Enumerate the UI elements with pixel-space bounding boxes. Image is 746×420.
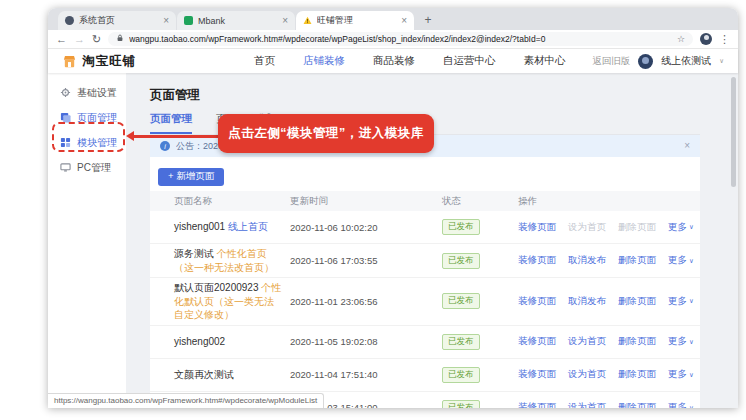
more-label: 更多 xyxy=(668,295,687,308)
more-label: 更多 xyxy=(668,221,687,234)
col-page-name: 页面名称 xyxy=(174,195,290,208)
tutorial-callout: 点击左侧“模块管理”，进入模块库 xyxy=(218,114,434,153)
username[interactable]: 线上依测试 xyxy=(661,54,711,68)
action-set-homepage[interactable]: 设为首页 xyxy=(568,401,606,408)
caret-down-icon: ∨ xyxy=(689,297,694,305)
nav-self-operate-center[interactable]: 自运营中心 xyxy=(443,54,496,68)
page-title: 页面管理 xyxy=(150,87,738,104)
more-label: 更多 xyxy=(668,368,687,381)
sidebar-item-label: PC管理 xyxy=(77,161,111,175)
action-decorate-page[interactable]: 装修页面 xyxy=(518,295,556,308)
browser-tab-wangpu-active[interactable]: 旺铺管理 × xyxy=(296,11,414,30)
close-tab-icon[interactable]: × xyxy=(401,16,407,26)
browser-profile-avatar[interactable] xyxy=(700,33,712,45)
action-decorate-page[interactable]: 装修页面 xyxy=(518,401,556,408)
page-name: 文颜再次测试 xyxy=(174,369,234,380)
update-time: 2020-11-06 10:02:20 xyxy=(290,222,442,233)
tab-page-management[interactable]: 页面管理 xyxy=(150,112,192,134)
page-name: 默认页面20200923 xyxy=(174,282,259,293)
action-set-homepage[interactable]: 设为首页 xyxy=(568,368,606,381)
reload-icon[interactable]: ↻ xyxy=(92,34,101,45)
col-actions: 操作 xyxy=(518,195,700,208)
page-list-card: i 公告：2020双11店铺装修 × + 新增页面 页面名称 更新时间 状态 操… xyxy=(150,135,700,408)
update-time: 2020-11-01 23:06:56 xyxy=(290,296,442,307)
page-note-link[interactable]: 线上首页 xyxy=(228,221,268,232)
bookmark-star-icon[interactable]: ☆ xyxy=(677,34,685,44)
nav-item-decorate[interactable]: 商品装修 xyxy=(373,54,415,68)
action-more[interactable]: 更多∨ xyxy=(668,335,694,348)
status-badge: 已发布 xyxy=(442,219,480,235)
status-badge: 已发布 xyxy=(442,367,480,383)
close-tab-icon[interactable]: × xyxy=(282,16,288,26)
nav-home[interactable]: 首页 xyxy=(254,54,275,68)
action-delete-page[interactable]: 删除页面 xyxy=(618,254,656,267)
logo-text: 淘宝旺铺 xyxy=(82,53,136,70)
close-tab-icon[interactable]: × xyxy=(163,16,169,26)
globe-favicon-icon xyxy=(65,16,74,25)
new-tab-button[interactable]: + xyxy=(419,11,437,29)
action-unpublish[interactable]: 取消发布 xyxy=(568,295,606,308)
close-notice-icon[interactable]: × xyxy=(684,141,690,151)
tab-label: 旺铺管理 xyxy=(317,14,396,27)
action-decorate-page[interactable]: 装修页面 xyxy=(518,221,556,234)
action-more[interactable]: 更多∨ xyxy=(668,221,694,234)
action-more[interactable]: 更多∨ xyxy=(668,401,694,408)
site-nav: 首页 店铺装修 商品装修 自运营中心 素材中心 xyxy=(254,54,566,68)
sidebar-item-basic-settings[interactable]: 基础设置 xyxy=(48,80,126,105)
chevron-down-icon[interactable]: ∨ xyxy=(719,57,724,65)
table-row: yisheng002 2020-11-05 19:02:08 已发布 装修页面 … xyxy=(150,326,700,359)
back-to-old-version-link[interactable]: 返回旧版 xyxy=(592,55,630,68)
action-unpublish[interactable]: 取消发布 xyxy=(568,254,606,267)
action-decorate-page[interactable]: 装修页面 xyxy=(518,335,556,348)
more-label: 更多 xyxy=(668,335,687,348)
mbank-favicon-icon xyxy=(184,16,193,25)
page-name: yisheng002 xyxy=(174,336,225,347)
status-badge: 已发布 xyxy=(442,293,480,309)
gear-icon xyxy=(60,87,71,98)
caret-down-icon: ∨ xyxy=(689,404,694,409)
action-decorate-page[interactable]: 装修页面 xyxy=(518,368,556,381)
action-decorate-page[interactable]: 装修页面 xyxy=(518,254,556,267)
action-delete-page[interactable]: 删除页面 xyxy=(618,368,656,381)
action-more[interactable]: 更多∨ xyxy=(668,254,694,267)
highlight-dashed-box xyxy=(52,122,125,152)
action-delete-page[interactable]: 删除页面 xyxy=(618,401,656,408)
col-status: 状态 xyxy=(442,195,518,208)
update-time: 2020-11-05 19:02:08 xyxy=(290,336,442,347)
nav-material-center[interactable]: 素材中心 xyxy=(524,54,566,68)
action-more[interactable]: 更多∨ xyxy=(668,295,694,308)
notice-text: 公告：2020双11店铺装修 xyxy=(176,140,222,153)
browser-tab-system-home[interactable]: 系统首页 × xyxy=(58,11,176,30)
screenshot-canvas: 系统首页 × Mbank × 旺铺管理 × + ← → ↻ xyxy=(0,0,746,420)
new-page-button[interactable]: + 新增页面 xyxy=(158,168,224,186)
action-delete-page[interactable]: 删除页面 xyxy=(618,295,656,308)
table-row: yisheng001 线上首页 2020-11-06 10:02:20 已发布 … xyxy=(150,211,700,244)
address-bar[interactable]: wangpu.taobao.com/wpFramework.htm#/wpdec… xyxy=(108,32,693,46)
user-avatar[interactable] xyxy=(638,54,653,69)
browser-tab-bar: 系统首页 × Mbank × 旺铺管理 × + xyxy=(48,8,738,30)
tab-label: Mbank xyxy=(198,16,277,26)
nav-shop-decorate[interactable]: 店铺装修 xyxy=(303,54,345,68)
site-header: 淘宝旺铺 首页 店铺装修 商品装修 自运营中心 素材中心 返回旧版 线上依测试 … xyxy=(48,49,738,73)
caret-down-icon: ∨ xyxy=(689,257,694,265)
sidebar-item-label: 基础设置 xyxy=(77,86,117,100)
caret-down-icon: ∨ xyxy=(689,371,694,379)
monitor-icon xyxy=(60,162,71,173)
page-name: 源务测试 xyxy=(174,248,214,259)
action-more[interactable]: 更多∨ xyxy=(668,368,694,381)
caret-down-icon: ∨ xyxy=(689,223,694,231)
link-status-tooltip: https://wangpu.taobao.com/wpFramework.ht… xyxy=(48,393,324,408)
browser-menu-icon[interactable]: ⋮ xyxy=(719,34,730,45)
vertical-scrollbar[interactable] xyxy=(731,77,736,187)
browser-tab-mbank[interactable]: Mbank × xyxy=(177,11,295,30)
col-update-time: 更新时间 xyxy=(290,195,442,208)
action-delete-page[interactable]: 删除页面 xyxy=(618,335,656,348)
taobao-wangpu-logo[interactable]: 淘宝旺铺 xyxy=(62,53,136,70)
back-icon[interactable]: ← xyxy=(56,34,67,45)
action-delete-page: 删除页面 xyxy=(618,221,656,234)
status-badge: 已发布 xyxy=(442,334,480,350)
sidebar-item-pc-management[interactable]: PC管理 xyxy=(48,155,126,180)
lock-icon xyxy=(116,34,124,44)
action-set-homepage[interactable]: 设为首页 xyxy=(568,335,606,348)
warning-favicon-icon xyxy=(303,16,312,25)
